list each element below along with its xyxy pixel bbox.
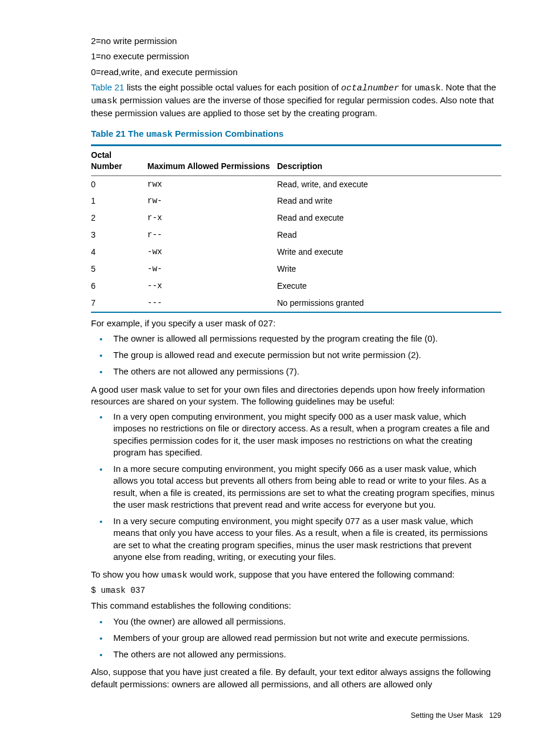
- list-item: Members of your group are allowed read p…: [109, 632, 501, 644]
- perm-line-2: 2=no write permission: [91, 35, 501, 47]
- perm-line-1: 1=no execute permission: [91, 50, 501, 62]
- conditions-list: You (the owner) are allowed all permissi…: [91, 616, 501, 661]
- list-item: In a more secure computing environment, …: [109, 463, 501, 511]
- table-row: 7---No permissions granted: [91, 295, 501, 312]
- th-max-perms: Maximum Allowed Permissions: [147, 145, 277, 175]
- cell-desc: Execute: [277, 278, 501, 295]
- cell-octal: 2: [91, 210, 147, 227]
- cell-octal: 6: [91, 278, 147, 295]
- umask-code-3: umask: [161, 571, 187, 580]
- cell-desc: Write: [277, 261, 501, 278]
- guideline-intro: A good user mask value to set for your o…: [91, 384, 501, 408]
- umask-code: umask: [414, 83, 441, 93]
- table-21-caption: Table 21 The umask Permission Combinatio…: [91, 128, 501, 141]
- closing-paragraph: Also, suppose that you have just created…: [91, 666, 501, 690]
- cell-perms: -wx: [147, 244, 277, 261]
- cell-perms: ---: [147, 295, 277, 312]
- example-intro: For example, if you specify a user mask …: [91, 318, 501, 329]
- cell-desc: Read: [277, 227, 501, 244]
- list-item: The others are not allowed any permissio…: [109, 649, 501, 660]
- cell-octal: 5: [91, 261, 147, 278]
- perm-line-0: 0=read,write, and execute permission: [91, 66, 501, 78]
- cell-perms: rw-: [147, 193, 277, 210]
- page-footer: Setting the User Mask 129: [32, 711, 501, 721]
- cell-octal: 3: [91, 227, 147, 244]
- th-description: Description: [277, 145, 501, 175]
- cell-perms: --x: [147, 278, 277, 295]
- table-21-link[interactable]: Table 21: [91, 82, 124, 92]
- cell-desc: Write and execute: [277, 244, 501, 261]
- cell-octal: 7: [91, 295, 147, 312]
- cell-perms: -w-: [147, 261, 277, 278]
- table-row: 2r-xRead and execute: [91, 210, 501, 227]
- table-row: 1rw-Read and write: [91, 193, 501, 210]
- cell-desc: No permissions granted: [277, 295, 501, 312]
- table-row: 3r--Read: [91, 227, 501, 244]
- octalnumber-code: octalnumber: [341, 83, 399, 93]
- conditions-intro: This command establishes the following c…: [91, 600, 501, 612]
- cell-perms: rwx: [147, 175, 277, 193]
- cell-desc: Read and execute: [277, 210, 501, 227]
- table-row: 4-wxWrite and execute: [91, 244, 501, 261]
- cell-octal: 1: [91, 193, 147, 210]
- intro-paragraph: Table 21 lists the eight possible octal …: [91, 82, 501, 120]
- cell-octal: 4: [91, 244, 147, 261]
- footer-section: Setting the User Mask: [411, 711, 483, 720]
- th-octal-number: OctalNumber: [91, 145, 147, 175]
- cell-perms: r-x: [147, 210, 277, 227]
- cell-octal: 0: [91, 175, 147, 193]
- example-list: The owner is allowed all permissions req…: [91, 333, 501, 378]
- umask-command: $ umask 037: [91, 585, 501, 596]
- show-paragraph: To show you how umask would work, suppos…: [91, 569, 501, 582]
- cell-perms: r--: [147, 227, 277, 244]
- umask-table: OctalNumber Maximum Allowed Permissions …: [91, 144, 501, 313]
- umask-code-2: umask: [91, 96, 117, 106]
- table-row: 6--xExecute: [91, 278, 501, 295]
- cell-desc: Read and write: [277, 193, 501, 210]
- list-item: In a very secure computing environment, …: [109, 515, 501, 563]
- footer-page: 129: [489, 711, 501, 720]
- list-item: In a very open computing environment, yo…: [109, 411, 501, 458]
- table-row: 0rwxRead, write, and execute: [91, 175, 501, 193]
- table-row: 5-w-Write: [91, 261, 501, 278]
- list-item: The others are not allowed any permissio…: [109, 366, 501, 377]
- guideline-list: In a very open computing environment, yo…: [91, 411, 501, 563]
- cell-desc: Read, write, and execute: [277, 175, 501, 193]
- list-item: The owner is allowed all permissions req…: [109, 333, 501, 345]
- list-item: You (the owner) are allowed all permissi…: [109, 616, 501, 627]
- list-item: The group is allowed read and execute pe…: [109, 349, 501, 361]
